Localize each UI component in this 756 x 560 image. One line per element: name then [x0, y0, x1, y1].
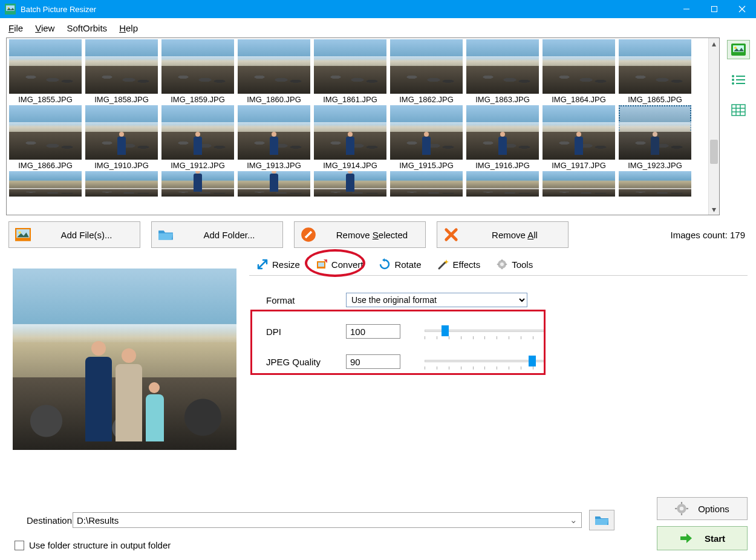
thumbnail-item[interactable]: IMG_1858.JPG — [84, 39, 159, 104]
picture-icon — [15, 228, 31, 241]
browse-destination-button[interactable] — [589, 510, 614, 530]
thumbnail-item[interactable] — [160, 171, 235, 197]
view-details-button[interactable] — [727, 100, 750, 120]
thumbnail-item[interactable] — [618, 171, 692, 197]
thumbnail-image — [466, 171, 539, 197]
view-thumbnails-button[interactable] — [727, 40, 750, 59]
thumbnail-item[interactable] — [465, 171, 540, 197]
thumbnail-item[interactable]: IMG_1865.JPG — [618, 39, 692, 104]
start-button[interactable]: Start — [657, 526, 748, 550]
jpeg-quality-slider[interactable] — [425, 354, 546, 369]
thumbnail-image — [390, 171, 463, 197]
folder-icon — [158, 228, 174, 241]
menu-softorbits[interactable]: SoftOrbits — [62, 22, 112, 34]
menu-file[interactable]: File — [4, 22, 28, 34]
tab-tools[interactable]: Tools — [489, 255, 540, 275]
menu-view[interactable]: View — [30, 22, 59, 34]
jpeg-quality-input[interactable] — [346, 354, 400, 369]
thumbnail-image — [85, 171, 158, 197]
thumbnail-item[interactable] — [236, 171, 311, 197]
thumbnail-label: IMG_1860.JPG — [247, 95, 301, 104]
tab-effects-label: Effects — [453, 259, 481, 270]
thumbnail-item[interactable]: IMG_1859.JPG — [160, 39, 235, 104]
thumbnail-label: IMG_1861.JPG — [323, 95, 377, 104]
destination-combo[interactable]: D:\Results ⌄ — [73, 512, 582, 528]
maximize-button[interactable] — [700, 0, 728, 18]
preview-image — [13, 269, 236, 450]
thumbnail-label: IMG_1858.JPG — [94, 95, 149, 104]
thumbnail-item[interactable]: IMG_1862.JPG — [389, 39, 464, 104]
add-files-button[interactable]: Add File(s)... — [8, 221, 140, 248]
tab-effects[interactable]: Effects — [430, 255, 488, 275]
app-icon — [5, 4, 16, 15]
thumbnail-label: IMG_1864.JPG — [552, 95, 606, 104]
thumbnail-scrollbar[interactable]: ▴ ▾ — [708, 38, 719, 215]
thumbnail-item[interactable] — [8, 171, 83, 197]
thumbnail-item[interactable]: IMG_1916.JPG — [465, 105, 540, 170]
thumbnail-item[interactable]: IMG_1855.JPG — [8, 39, 83, 104]
svg-rect-16 — [732, 105, 745, 116]
thumbnail-image — [314, 105, 386, 160]
svg-rect-34 — [681, 502, 682, 504]
thumbnail-image — [466, 105, 539, 160]
view-list-button[interactable] — [727, 70, 750, 90]
thumbnail-item[interactable]: IMG_1860.JPG — [236, 39, 311, 104]
images-count-label: Images count: 179 — [671, 230, 748, 240]
tab-resize-label: Resize — [272, 259, 300, 270]
thumbnail-item[interactable]: IMG_1915.JPG — [389, 105, 464, 170]
thumbnail-item[interactable]: IMG_1913.JPG — [236, 105, 311, 170]
remove-all-button[interactable]: Remove All — [437, 221, 569, 248]
close-button[interactable] — [728, 0, 756, 18]
scroll-up-icon[interactable]: ▴ — [709, 38, 719, 49]
options-button[interactable]: Options — [657, 497, 748, 520]
thumbnail-item[interactable] — [389, 171, 464, 197]
thumbnail-item[interactable]: IMG_1863.JPG — [465, 39, 540, 104]
destination-value: D:\Results — [77, 515, 119, 526]
remove-icon — [301, 228, 316, 241]
start-arrow-icon — [679, 532, 692, 545]
thumbnail-image — [619, 105, 691, 160]
scroll-down-icon[interactable]: ▾ — [709, 204, 719, 215]
settings-tab-panel: Resize Convert Rotate Effects Tools — [249, 254, 748, 466]
thumbnail-item[interactable]: IMG_1912.JPG — [160, 105, 235, 170]
tab-resize[interactable]: Resize — [249, 255, 307, 275]
thumbnail-image — [161, 39, 234, 94]
svg-rect-4 — [712, 7, 717, 12]
thumbnail-image — [390, 39, 463, 94]
thumbnail-image — [543, 171, 615, 197]
dpi-label: DPI — [266, 327, 346, 337]
thumbnail-image — [85, 39, 158, 94]
use-folder-structure-label: Use folder structure in output folder — [29, 540, 171, 550]
thumbnail-item[interactable] — [313, 171, 388, 197]
dpi-slider[interactable] — [425, 324, 546, 339]
dpi-input[interactable] — [346, 324, 400, 339]
remove-selected-button[interactable]: Remove Selected — [294, 221, 426, 248]
svg-point-11 — [732, 79, 734, 81]
menu-help[interactable]: Help — [114, 22, 143, 34]
thumbnail-item[interactable]: IMG_1910.JPG — [84, 105, 159, 170]
thumbnail-item[interactable]: IMG_1866.JPG — [8, 105, 83, 170]
thumbnail-item[interactable] — [84, 171, 159, 197]
thumbnail-image — [9, 39, 82, 94]
thumbnail-image — [161, 105, 234, 160]
thumbnail-item[interactable]: IMG_1917.JPG — [541, 105, 616, 170]
thumbnail-item[interactable]: IMG_1861.JPG — [313, 39, 388, 104]
thumbnail-label: IMG_1859.JPG — [171, 95, 225, 104]
thumbnail-item[interactable] — [541, 171, 616, 197]
add-folder-button[interactable]: Add Folder... — [151, 221, 283, 248]
format-select[interactable]: Use the original format — [346, 293, 527, 307]
svg-point-9 — [734, 47, 737, 49]
thumbnail-label: IMG_1915.JPG — [399, 161, 454, 170]
tab-rotate[interactable]: Rotate — [371, 255, 428, 275]
effects-icon — [437, 258, 449, 270]
thumbnail-image — [238, 105, 310, 160]
window-controls — [673, 0, 756, 18]
thumbnail-item[interactable]: IMG_1864.JPG — [541, 39, 616, 104]
remove-all-label: Remove All — [468, 230, 562, 240]
thumbnail-item[interactable]: IMG_1914.JPG — [313, 105, 388, 170]
tab-convert[interactable]: Convert — [308, 255, 371, 275]
thumbnail-item[interactable]: IMG_1923.JPG — [618, 105, 692, 170]
svg-rect-36 — [675, 508, 677, 509]
minimize-button[interactable] — [673, 0, 700, 18]
use-folder-structure-checkbox[interactable] — [15, 541, 24, 550]
